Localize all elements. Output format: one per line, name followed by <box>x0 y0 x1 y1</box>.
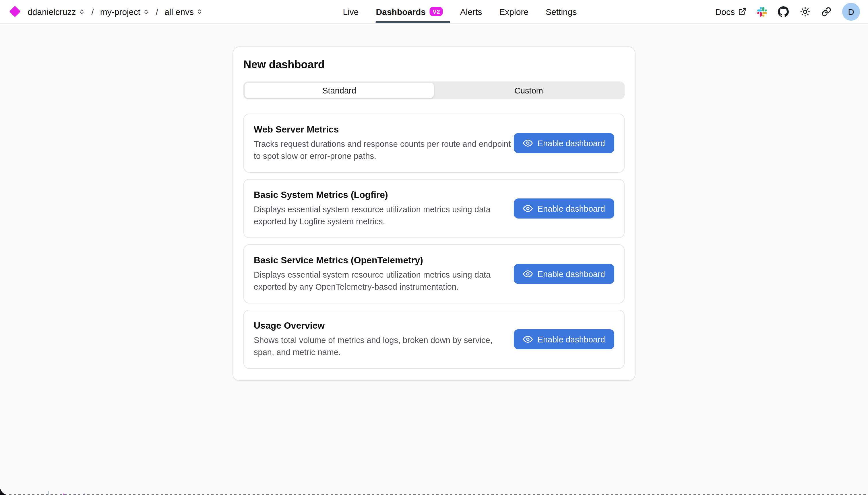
slack-button[interactable] <box>757 6 767 16</box>
v2-badge: V2 <box>430 7 443 16</box>
breadcrumb: ddanielcruzz / my-project / all envs <box>8 6 203 16</box>
enable-dashboard-button[interactable]: Enable dashboard <box>514 329 614 349</box>
template-card-web-server-metrics: Web Server Metrics Tracks request durati… <box>243 114 625 173</box>
nav-tab-label: Live <box>343 6 359 16</box>
nav-tab-settings[interactable]: Settings <box>546 0 577 23</box>
template-description: Displays essential system resource utili… <box>254 203 513 227</box>
chevron-updown-icon <box>197 8 203 15</box>
tab-standard[interactable]: Standard <box>245 83 434 98</box>
nav-tab-label: Alerts <box>460 6 482 16</box>
dashboard-mode-toggle: Standard Custom <box>243 82 625 99</box>
template-description: Displays essential system resource utili… <box>254 269 513 293</box>
primary-nav: Live Dashboards V2 Alerts Explore Settin… <box>343 0 577 23</box>
github-icon <box>778 6 789 17</box>
user-avatar[interactable]: D <box>842 3 860 20</box>
external-link-icon <box>738 7 746 16</box>
theme-toggle-button[interactable] <box>800 6 810 17</box>
template-card-basic-service-metrics: Basic Service Metrics (OpenTelemetry) Di… <box>243 244 625 303</box>
dashboard-template-list: Web Server Metrics Tracks request durati… <box>243 114 625 369</box>
chevron-updown-icon <box>79 8 85 15</box>
page-title: New dashboard <box>243 58 625 71</box>
avatar-initial: D <box>848 6 854 16</box>
github-button[interactable] <box>778 6 789 17</box>
link-icon <box>821 6 831 16</box>
template-text: Web Server Metrics Tracks request durati… <box>254 124 513 162</box>
eye-icon <box>523 335 533 344</box>
tab-custom[interactable]: Custom <box>434 83 623 98</box>
eye-icon <box>523 269 533 279</box>
top-navbar: ddanielcruzz / my-project / all envs Liv… <box>0 0 868 23</box>
eye-icon <box>523 138 533 148</box>
breadcrumb-org-selector[interactable]: ddanielcruzz <box>28 6 85 16</box>
nav-tab-label: Settings <box>546 6 577 16</box>
nav-tab-alerts[interactable]: Alerts <box>460 0 482 23</box>
enable-dashboard-label: Enable dashboard <box>538 138 605 148</box>
env-name: all envs <box>164 6 194 16</box>
template-title: Usage Overview <box>254 320 513 331</box>
breadcrumb-project-selector[interactable]: my-project <box>100 6 150 16</box>
chevron-updown-icon <box>143 8 150 15</box>
screenshot-guide-line <box>13 0 13 8</box>
share-link-button[interactable] <box>821 6 831 16</box>
breadcrumb-separator: / <box>90 6 95 16</box>
nav-tab-dashboards[interactable]: Dashboards V2 <box>376 0 443 23</box>
nav-tab-label: Explore <box>499 6 528 16</box>
sun-icon <box>800 6 810 17</box>
org-name: ddanielcruzz <box>28 6 76 16</box>
enable-dashboard-label: Enable dashboard <box>538 335 605 344</box>
template-card-basic-system-metrics: Basic System Metrics (Logfire) Displays … <box>243 179 625 238</box>
nav-tab-label: Dashboards <box>376 6 426 16</box>
docs-label: Docs <box>715 6 735 16</box>
template-description: Tracks request durations and response co… <box>254 138 513 162</box>
nav-tab-explore[interactable]: Explore <box>499 0 528 23</box>
template-text: Basic System Metrics (Logfire) Displays … <box>254 190 513 227</box>
screenshot-selection-dashes <box>0 494 868 495</box>
template-text: Basic Service Metrics (OpenTelemetry) Di… <box>254 255 513 293</box>
enable-dashboard-button[interactable]: Enable dashboard <box>514 199 614 219</box>
enable-dashboard-button[interactable]: Enable dashboard <box>514 133 614 153</box>
logfire-app: ddanielcruzz / my-project / all envs Liv… <box>0 0 868 495</box>
navbar-actions: Docs <box>715 3 860 20</box>
docs-link[interactable]: Docs <box>715 6 746 16</box>
template-title: Basic Service Metrics (OpenTelemetry) <box>254 255 513 265</box>
template-card-usage-overview: Usage Overview Shows total volume of met… <box>243 310 625 369</box>
project-name: my-project <box>100 6 141 16</box>
breadcrumb-env-selector[interactable]: all envs <box>164 6 203 16</box>
eye-icon <box>523 204 533 214</box>
enable-dashboard-label: Enable dashboard <box>538 269 605 278</box>
new-dashboard-panel: New dashboard Standard Custom Web Server… <box>232 47 636 381</box>
template-text: Usage Overview Shows total volume of met… <box>254 320 513 358</box>
template-title: Basic System Metrics (Logfire) <box>254 190 513 200</box>
main-content: New dashboard Standard Custom Web Server… <box>0 47 868 495</box>
nav-tab-live[interactable]: Live <box>343 0 359 23</box>
template-description: Shows total volume of metrics and logs, … <box>254 334 513 358</box>
template-title: Web Server Metrics <box>254 124 513 135</box>
logfire-diamond-logo[interactable] <box>9 6 21 17</box>
slack-icon <box>757 6 767 16</box>
enable-dashboard-label: Enable dashboard <box>538 204 605 213</box>
enable-dashboard-button[interactable]: Enable dashboard <box>514 264 614 284</box>
breadcrumb-separator: / <box>155 6 159 16</box>
